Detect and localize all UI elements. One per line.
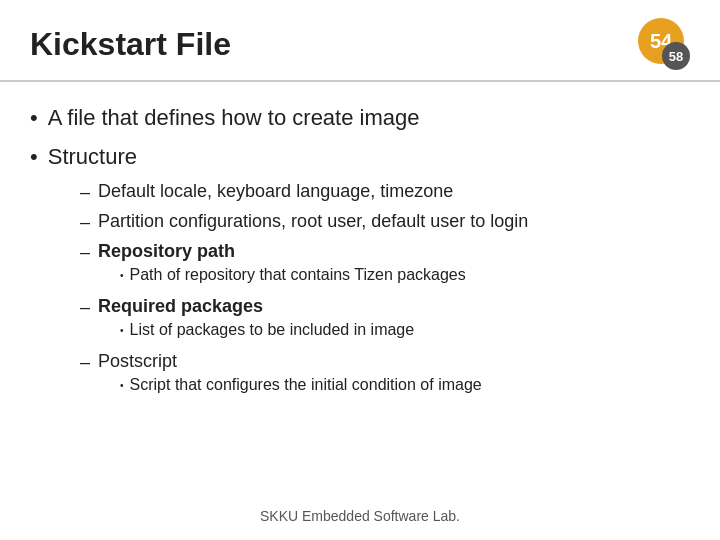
sub-item-text-4: Required packages: [98, 296, 263, 316]
bullet-text-2: Structure: [48, 143, 137, 172]
sub-dash-2: –: [80, 212, 90, 233]
sub-dash-1: –: [80, 182, 90, 203]
badge-sub-circle: 58: [662, 42, 690, 70]
header: Kickstart File 54 58: [0, 0, 720, 82]
bullet-text-1: A file that defines how to create image: [48, 104, 420, 133]
sub-item-1: – Default locale, keyboard language, tim…: [80, 181, 690, 203]
sub-sub-list-5: • Script that configures the initial con…: [120, 376, 482, 394]
sub-item-text-2: Partition configurations, root user, def…: [98, 211, 528, 232]
sub-sub-item-3-1: • Path of repository that contains Tizen…: [120, 266, 466, 284]
sub-list: – Default locale, keyboard language, tim…: [80, 181, 690, 398]
sub-sub-list-3: • Path of repository that contains Tizen…: [120, 266, 466, 284]
footer: SKKU Embedded Software Lab.: [0, 508, 720, 524]
sub-item-4: – Required packages • List of packages t…: [80, 296, 690, 343]
bullet-item-1: • A file that defines how to create imag…: [30, 104, 690, 133]
sub-sub-item-5-1: • Script that configures the initial con…: [120, 376, 482, 394]
bullet-item-2: • Structure: [30, 143, 690, 172]
sub-dash-3: –: [80, 242, 90, 263]
sub-item-3: – Repository path • Path of repository t…: [80, 241, 690, 288]
sub-sub-item-4-1: • List of packages to be included in ima…: [120, 321, 414, 339]
sub-item-5: – Postscript • Script that configures th…: [80, 351, 690, 398]
sub-sub-bullet-3-1: •: [120, 270, 124, 281]
bullet-dot-2: •: [30, 143, 38, 172]
sub-sub-text-4-1: List of packages to be included in image: [130, 321, 415, 339]
sub-sub-text-3-1: Path of repository that contains Tizen p…: [130, 266, 466, 284]
sub-sub-bullet-4-1: •: [120, 325, 124, 336]
sub-item-5-content: Postscript • Script that configures the …: [98, 351, 482, 398]
slide-title: Kickstart File: [30, 26, 231, 63]
sub-item-4-content: Required packages • List of packages to …: [98, 296, 414, 343]
slide: Kickstart File 54 58 • A file that defin…: [0, 0, 720, 540]
sub-dash-5: –: [80, 352, 90, 373]
sub-sub-text-5-1: Script that configures the initial condi…: [130, 376, 482, 394]
sub-item-text-5: Postscript: [98, 351, 177, 371]
badge-container: 54 58: [638, 18, 690, 70]
content-area: • A file that defines how to create imag…: [0, 82, 720, 416]
footer-text: SKKU Embedded Software Lab.: [260, 508, 460, 524]
badge-sub-number: 58: [669, 49, 683, 64]
sub-item-text-1: Default locale, keyboard language, timez…: [98, 181, 453, 202]
sub-dash-4: –: [80, 297, 90, 318]
sub-item-2: – Partition configurations, root user, d…: [80, 211, 690, 233]
sub-sub-bullet-5-1: •: [120, 380, 124, 391]
bullet-dot-1: •: [30, 104, 38, 133]
sub-item-text-3: Repository path: [98, 241, 235, 261]
sub-item-3-content: Repository path • Path of repository tha…: [98, 241, 466, 288]
sub-sub-list-4: • List of packages to be included in ima…: [120, 321, 414, 339]
